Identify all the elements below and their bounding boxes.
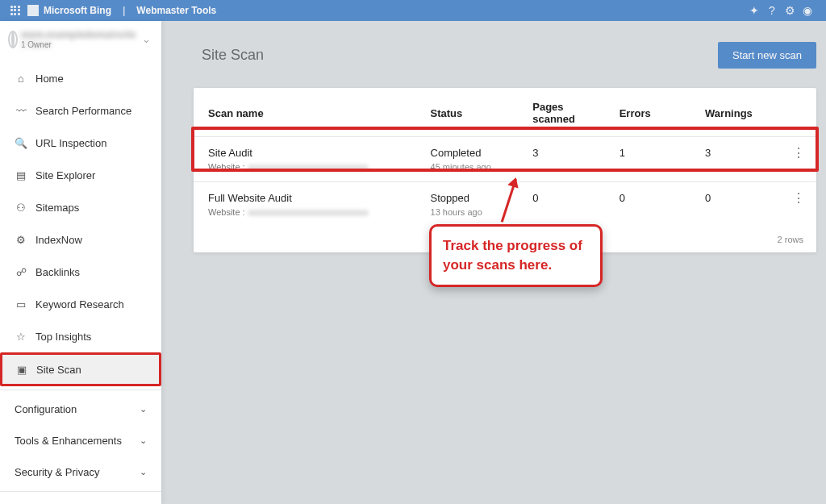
nav-label: IndexNow [35,234,82,246]
chevron-down-icon: ⌄ [140,467,147,477]
sitemap-icon: ⚇ [15,201,27,214]
status-text: Completed [431,147,514,159]
nav-section-tools[interactable]: Tools & Enhancements ⌄ [0,425,161,456]
col-scan-name[interactable]: Scan name [194,88,421,137]
website-label: Website : [208,162,245,172]
nav-search-performance[interactable]: 〰 Search Performance [0,94,161,127]
nav-label: Search Performance [35,105,131,117]
account-icon[interactable]: ◉ [799,4,816,17]
section-label: Security & Privacy [15,466,99,478]
col-status[interactable]: Status [421,88,524,137]
site-name: www.exampledomainsite [21,29,136,40]
backlinks-icon: ☍ [15,265,27,278]
warnings-count: 3 [695,137,782,182]
nav-top-insights[interactable]: ☆ Top Insights [0,320,161,352]
row-actions-icon[interactable]: ⋮ [792,191,805,205]
trend-icon: 〰 [15,104,27,117]
nav-label: Backlinks [35,266,80,278]
website-label: Website : [208,207,245,217]
nav-label: Top Insights [35,331,91,343]
nav-label: URL Inspection [35,137,106,149]
brand-text: Microsoft Bing [44,5,111,16]
nav-label: Sitemaps [35,202,79,214]
website-value-blurred [248,210,369,216]
nav-label: Home [35,73,64,85]
bing-logo-icon [27,5,39,16]
indexnow-icon: ⚙ [15,233,27,246]
app-launcher-icon[interactable] [10,5,21,16]
nav-list: ⌂ Home 〰 Search Performance 🔍 URL Inspec… [0,62,161,504]
nav-section-configuration[interactable]: Configuration ⌄ [0,394,161,425]
notifications-icon[interactable]: ✦ [745,4,763,17]
table-row[interactable]: Site Audit Website : Completed 45 minute… [194,137,816,182]
page-header: Site Scan Start new scan [202,42,816,69]
col-pages[interactable]: Pages scanned [523,88,609,137]
nav-backlinks[interactable]: ☍ Backlinks [0,256,161,288]
nav-sitemaps[interactable]: ⚇ Sitemaps [0,191,161,223]
nav-indexnow[interactable]: ⚙ IndexNow [0,223,161,256]
product-text: Webmaster Tools [136,5,216,16]
site-sub: 1 Owner [21,40,136,49]
errors-count: 0 [610,182,695,227]
settings-icon[interactable]: ⚙ [781,4,799,17]
nav-site-scan[interactable]: ▣ Site Scan [0,352,161,386]
explorer-icon: ▤ [15,169,27,181]
website-value-blurred [248,165,369,171]
chevron-down-icon: ⌄ [140,435,147,446]
brand-divider: | [123,5,125,16]
scan-name: Full Website Audit [208,192,411,204]
brand: Microsoft Bing | Webmaster Tools [27,5,216,16]
insights-icon: ☆ [15,330,27,343]
section-label: Tools & Enhancements [15,435,122,447]
start-new-scan-button[interactable]: Start new scan [718,42,816,69]
errors-count: 1 [610,137,695,182]
warnings-count: 0 [695,182,782,227]
status-text: Stopped [431,192,514,204]
globe-icon [11,31,15,48]
chevron-down-icon: ⌄ [140,404,147,414]
help-icon[interactable]: ? [763,4,781,17]
nav-keyword-research[interactable]: ▭ Keyword Research [0,288,161,320]
nav-label: Site Scan [36,364,81,376]
annotation-callout: Track the progress of your scans here. [429,224,603,287]
row-actions-icon[interactable]: ⋮ [792,146,805,160]
pages-scanned: 0 [523,182,609,227]
sitescan-icon: ▣ [15,363,28,376]
table-header-row: Scan name Status Pages scanned Errors Wa… [194,88,816,137]
site-switcher[interactable]: www.exampledomainsite 1 Owner ⌄ [0,21,161,57]
nav-home[interactable]: ⌂ Home [0,62,161,94]
status-time: 45 minutes ago [431,162,514,172]
pages-scanned: 3 [523,137,609,182]
scan-name: Site Audit [208,147,411,159]
keyword-icon: ▭ [15,298,27,310]
page-title: Site Scan [202,47,264,64]
col-errors[interactable]: Errors [610,88,695,137]
sidebar: www.exampledomainsite 1 Owner ⌄ ⌂ Home 〰… [0,21,161,504]
col-warnings[interactable]: Warnings [695,88,782,137]
nav-label: Keyword Research [35,298,124,310]
annotation-text: Track the progress of your scans here. [443,238,582,273]
nav-section-security[interactable]: Security & Privacy ⌄ [0,456,161,488]
chevron-down-icon: ⌄ [142,33,151,45]
top-header: Microsoft Bing | Webmaster Tools ✦ ? ⚙ ◉ [0,0,826,21]
nav-site-explorer[interactable]: ▤ Site Explorer [0,159,161,191]
table-row[interactable]: Full Website Audit Website : Stopped 13 … [194,182,816,227]
status-time: 13 hours ago [431,207,514,217]
search-icon: 🔍 [15,136,27,149]
home-icon: ⌂ [15,72,27,85]
nav-url-inspection[interactable]: 🔍 URL Inspection [0,127,161,159]
nav-user-management[interactable]: ⚲ User management [0,495,161,504]
section-label: Configuration [15,403,77,415]
nav-label: Site Explorer [35,169,95,181]
